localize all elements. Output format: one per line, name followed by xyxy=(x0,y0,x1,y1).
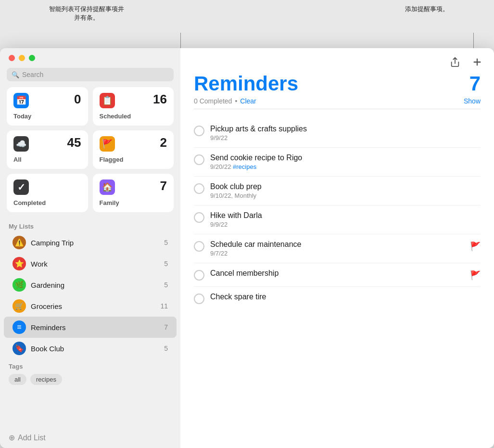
gardening-name: Gardening xyxy=(31,281,159,289)
reminder-item-5: Schedule car maintenance 9/7/22 🚩 xyxy=(194,234,481,263)
work-icon: ⭐ xyxy=(13,257,26,270)
add-list-label: Add List xyxy=(18,434,46,442)
reminder-circle-4[interactable] xyxy=(194,212,204,223)
reminder-content-6: Cancel membership xyxy=(210,269,464,278)
smart-card-scheduled[interactable]: 📋 16 Scheduled xyxy=(93,87,174,126)
work-name: Work xyxy=(31,260,159,268)
camping-name: Camping Trip xyxy=(31,239,159,247)
reminder-item-6: Cancel membership 🚩 xyxy=(194,263,481,287)
work-count: 5 xyxy=(164,260,168,268)
dot-separator: • xyxy=(235,97,237,105)
reminders-total-count: 7 xyxy=(469,72,481,95)
search-input[interactable]: Search xyxy=(22,71,43,78)
traffic-lights xyxy=(0,48,180,66)
tag-pill[interactable]: all xyxy=(9,374,26,385)
list-item-work[interactable]: ⭐ Work 5 xyxy=(4,253,177,274)
reminder-subtitle-5: 9/7/22 xyxy=(210,250,464,257)
reminder-title-2: Send cookie recipe to Rigo xyxy=(210,154,481,162)
bookclub-name: Book Club xyxy=(31,345,159,353)
search-bar[interactable]: 🔍 Search xyxy=(7,68,174,81)
maximize-button[interactable] xyxy=(29,55,35,61)
reminder-title-3: Book club prep xyxy=(210,182,481,191)
reminder-circle-3[interactable] xyxy=(194,183,204,194)
app-window: 🔍 Search 📅 0 Today 📋 16 Scheduled xyxy=(0,48,494,448)
tooltip-left: 智能列表可保持提醒事项井并有条。 xyxy=(48,5,125,22)
list-item-bookclub[interactable]: 🔖 Book Club 5 xyxy=(4,338,177,359)
reminder-content-1: Pickup arts & crafts supplies 9/9/22 xyxy=(210,125,481,141)
scheduled-label: Scheduled xyxy=(100,113,167,120)
completed-left: 0 Completed • Clear xyxy=(194,97,256,105)
gardening-count: 5 xyxy=(164,281,168,289)
reminder-subtitle-2: 9/20/22 #recipes xyxy=(210,163,481,170)
add-list-button[interactable]: ⊕ Add List xyxy=(0,427,180,448)
reminder-circle-6[interactable] xyxy=(194,270,204,281)
tooltip-right: 添加提醒事项。 xyxy=(403,5,451,13)
all-count: 45 xyxy=(67,136,81,149)
reminders-count: 7 xyxy=(164,323,168,331)
reminder-item-1: Pickup arts & crafts supplies 9/9/22 xyxy=(194,119,481,148)
reminder-title-1: Pickup arts & crafts supplies xyxy=(210,125,481,133)
minimize-button[interactable] xyxy=(19,55,25,61)
smart-card-family[interactable]: 🏠 7 Family xyxy=(93,174,174,212)
today-label: Today xyxy=(13,113,81,120)
reminder-subtitle-3: 9/10/22, Monthly xyxy=(210,192,481,199)
close-button[interactable] xyxy=(9,55,15,61)
tag-pill-2[interactable]: recipes xyxy=(30,374,62,385)
hashtag-recipes[interactable]: #recipes xyxy=(233,163,256,170)
reminder-item-2: Send cookie recipe to Rigo 9/20/22 #reci… xyxy=(194,148,481,177)
flagged-count: 2 xyxy=(160,136,167,149)
reminder-title-4: Hike with Darla xyxy=(210,211,481,220)
reminder-subtitle-4: 9/9/22 xyxy=(210,221,481,228)
add-list-icon: ⊕ xyxy=(9,433,15,442)
smart-card-today[interactable]: 📅 0 Today xyxy=(7,87,88,126)
bookclub-count: 5 xyxy=(164,345,168,352)
tags-row: all recipes xyxy=(0,372,180,387)
smart-card-all[interactable]: ☁️ 45 All xyxy=(7,130,88,169)
gardening-icon: 🌿 xyxy=(13,278,26,292)
reminder-circle-2[interactable] xyxy=(194,154,204,165)
reminder-title-5: Schedule car maintenance xyxy=(210,240,464,249)
list-item-gardening[interactable]: 🌿 Gardening 5 xyxy=(4,274,177,295)
flagged-icon: 🚩 xyxy=(100,136,115,152)
completed-text: 0 Completed xyxy=(194,97,232,105)
completed-bar: 0 Completed • Clear Show xyxy=(194,97,481,109)
show-button[interactable]: Show xyxy=(464,97,481,105)
smart-card-completed[interactable]: ✓ Completed xyxy=(7,174,88,212)
sidebar: 🔍 Search 📅 0 Today 📋 16 Scheduled xyxy=(0,48,180,448)
smart-card-flagged[interactable]: 🚩 2 Flagged xyxy=(93,130,174,169)
reminder-circle-7[interactable] xyxy=(194,294,204,304)
reminders-header: Reminders 7 xyxy=(194,72,481,95)
clear-button[interactable]: Clear xyxy=(240,97,256,105)
reminder-item-4: Hike with Darla 9/9/22 xyxy=(194,205,481,234)
completed-icon: ✓ xyxy=(13,179,29,195)
family-icon: 🏠 xyxy=(100,179,115,195)
main-toolbar xyxy=(180,48,494,72)
reminder-circle-1[interactable] xyxy=(194,126,204,136)
search-icon: 🔍 xyxy=(12,71,19,78)
all-label: All xyxy=(13,156,81,163)
camping-count: 5 xyxy=(164,239,168,246)
main-content: Reminders 7 0 Completed • Clear Show Pic… xyxy=(180,48,494,448)
reminder-circle-5[interactable] xyxy=(194,241,204,252)
reminder-content-7: Check spare tire xyxy=(210,293,481,301)
flag-icon-6: 🚩 xyxy=(470,270,481,281)
tags-header: Tags xyxy=(0,359,180,372)
reminder-item-7: Check spare tire xyxy=(194,287,481,310)
groceries-icon: 🛒 xyxy=(13,299,26,313)
scheduled-icon: 📋 xyxy=(100,93,115,108)
list-item-camping[interactable]: ⚠️ Camping Trip 5 xyxy=(4,232,177,253)
reminder-subtitle-1: 9/9/22 xyxy=(210,134,481,141)
reminder-content-3: Book club prep 9/10/22, Monthly xyxy=(210,182,481,199)
reminder-title-7: Check spare tire xyxy=(210,293,481,301)
reminder-item-3: Book club prep 9/10/22, Monthly xyxy=(194,177,481,205)
family-count: 7 xyxy=(160,179,167,192)
list-item-reminders[interactable]: ≡ Reminders 7 xyxy=(4,317,177,338)
main-body: Reminders 7 0 Completed • Clear Show Pic… xyxy=(180,72,494,448)
reminders-name: Reminders xyxy=(31,323,159,332)
add-reminder-icon[interactable] xyxy=(470,55,484,69)
my-lists-header: My Lists xyxy=(0,219,180,232)
completed-label: Completed xyxy=(13,199,81,206)
list-item-groceries[interactable]: 🛒 Groceries 11 xyxy=(4,295,177,317)
share-icon[interactable] xyxy=(448,55,462,69)
family-label: Family xyxy=(100,199,167,206)
